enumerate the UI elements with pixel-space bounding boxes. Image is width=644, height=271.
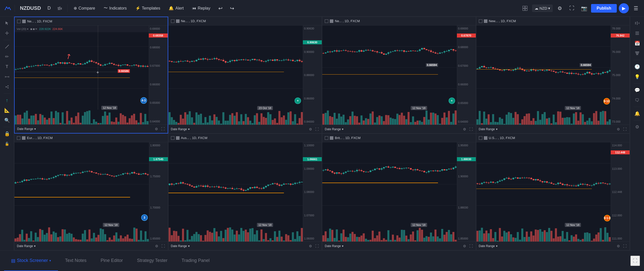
- chart-type-btn[interactable]: [55, 3, 65, 13]
- chart-settings-icon-2[interactable]: ⚙: [308, 127, 313, 132]
- tool-line[interactable]: [2, 42, 12, 51]
- chart-settings-icon-1[interactable]: ⚙: [154, 126, 159, 131]
- chart-body-8[interactable]: 114.000113.000112.448112.000111.000 112.…: [476, 142, 630, 242]
- chart-settings-icon-7[interactable]: ⚙: [462, 244, 467, 249]
- chart-body-2[interactable]: 0.906300.900000.880000.860000.84000 0.90…: [168, 25, 322, 125]
- chart-expand-icon-2[interactable]: ⛶: [315, 127, 319, 132]
- settings-btn[interactable]: ⚙: [555, 3, 565, 13]
- timeframe-display[interactable]: D: [45, 4, 53, 12]
- right-screener[interactable]: [632, 49, 642, 58]
- tab-pine-editor[interactable]: Pine Editor: [94, 251, 130, 271]
- undo-btn[interactable]: ↩: [215, 3, 225, 13]
- right-chart-type[interactable]: [632, 19, 642, 28]
- tool-text[interactable]: T: [2, 62, 12, 71]
- date-range-btn-8[interactable]: Date Range ▾: [479, 244, 497, 248]
- chart-settings-icon-5[interactable]: ⚙: [155, 244, 159, 249]
- currency-selector[interactable]: ☁ NZD ▾: [532, 5, 553, 12]
- chart-minimize-icon[interactable]: [17, 136, 20, 140]
- chart-body-1[interactable]: Vol (20) ▾ ⏹⏹✕ 228.922K 224.66K + 0.6658…: [15, 26, 168, 124]
- date-range-btn-6[interactable]: Date Range ▾: [171, 244, 190, 248]
- svg-rect-779: [44, 179, 46, 180]
- chart-body-3[interactable]: 0.66594 0.690000.680000.670000.660000.65…: [322, 25, 476, 125]
- chart-expand-icon-7[interactable]: ⛶: [469, 244, 473, 249]
- chart-settings-icon-8[interactable]: ⚙: [616, 244, 621, 249]
- tab-trading-panel[interactable]: Trading Panel: [174, 251, 217, 271]
- chart-settings-icon-4[interactable]: ⚙: [616, 127, 621, 132]
- right-watchlist[interactable]: [632, 29, 642, 38]
- svg-rect-399: [336, 50, 338, 51]
- chart-minimize-icon[interactable]: [325, 19, 328, 23]
- chart-expand-icon-6[interactable]: ⛶: [315, 244, 319, 249]
- chart-expand-icon-8[interactable]: ⛶: [623, 244, 627, 249]
- redo-btn[interactable]: ↪: [227, 3, 237, 13]
- svg-rect-602: [512, 70, 514, 71]
- tool-measure[interactable]: [2, 72, 12, 81]
- right-bubble[interactable]: 🗨: [632, 96, 642, 105]
- date-range-btn-4[interactable]: Date Range ▾: [479, 127, 497, 131]
- chart-settings-icon-3[interactable]: ⚙: [462, 127, 467, 132]
- chart-settings-icon-6[interactable]: ⚙: [308, 244, 313, 249]
- chart-cell-8[interactable]: U.S... , 1D, FXCM 114.000113.000112.4481…: [476, 133, 630, 250]
- indicators-btn[interactable]: 〜 Indicators: [100, 4, 130, 12]
- chart-body-7[interactable]: 1.950001.900001.880301.85000 1.88030 12 …: [322, 142, 476, 242]
- svg-rect-222: [189, 61, 190, 62]
- chart-cell-6[interactable]: Aus... , 1D, FXCM 1.100001.090001.080001…: [168, 133, 322, 250]
- tool-lock2[interactable]: 🔓: [2, 139, 12, 148]
- chart-expand-icon-1[interactable]: ⛶: [161, 126, 165, 131]
- tool-lock[interactable]: 🔒: [2, 129, 12, 138]
- svg-rect-1149: [356, 170, 358, 171]
- tab-text-notes[interactable]: Text Notes: [58, 251, 94, 271]
- symbol-display[interactable]: NZDUSD: [17, 4, 43, 13]
- chart-body-5[interactable]: 1.800001.750001.700001.65000 1.67545 3 1…: [14, 142, 168, 242]
- chart-cell-7[interactable]: Brit... , 1D, FXCM 1.950001.900001.88030…: [322, 133, 476, 250]
- tool-arrow-up[interactable]: ↑: [2, 96, 12, 105]
- right-chat[interactable]: 💬: [632, 86, 642, 95]
- chart-body-6[interactable]: 1.100001.090001.080001.070001.06000 1.06…: [168, 142, 322, 242]
- date-range-btn-3[interactable]: Date Range ▾: [325, 127, 343, 131]
- right-alert[interactable]: 🔔: [632, 109, 642, 118]
- chart-expand-icon-3[interactable]: ⛶: [469, 127, 473, 132]
- right-clock[interactable]: 🕐: [632, 62, 642, 71]
- chart-minimize-icon[interactable]: [171, 136, 174, 140]
- chart-minimize-icon[interactable]: [325, 136, 328, 140]
- svg-rect-1240: [327, 238, 329, 242]
- date-range-btn-2[interactable]: Date Range ▾: [171, 127, 190, 131]
- screenshot-btn[interactable]: 📷: [579, 3, 589, 13]
- chart-expand-icon-4[interactable]: ⛶: [623, 127, 627, 132]
- bottom-expand-btn[interactable]: ⛶: [630, 256, 640, 266]
- fullscreen-btn[interactable]: ⛶: [567, 3, 577, 13]
- alert-btn[interactable]: 🔔 Alert: [165, 4, 187, 12]
- chart-minimize-icon[interactable]: [479, 19, 482, 23]
- templates-btn[interactable]: ⚡ Templates: [132, 4, 164, 12]
- chart-cell-3[interactable]: Ne... , 1D, FXCM 0.66594 0.690000.680000…: [322, 17, 476, 133]
- tool-pencil[interactable]: ✏: [2, 52, 12, 61]
- chart-expand-icon-5[interactable]: ⛶: [161, 244, 165, 249]
- right-calendar[interactable]: 📅: [632, 39, 642, 48]
- tool-magnifier[interactable]: 🔍: [2, 116, 12, 125]
- tool-crosshair[interactable]: ✛: [2, 29, 12, 38]
- date-range-btn-7[interactable]: Date Range ▾: [325, 244, 343, 248]
- play-btn[interactable]: ▶: [619, 3, 629, 13]
- tab-stock-screener[interactable]: ▤ Stock Screener ▾: [4, 251, 58, 271]
- chart-cell-2[interactable]: Ne... , 1D, FXCM 0.906300.900000.880000.…: [168, 17, 322, 133]
- publish-btn[interactable]: Publish: [591, 4, 617, 13]
- chart-minimize-icon[interactable]: [479, 136, 482, 140]
- chart-cell-5[interactable]: Eur... , 1D, FXCM 1.800001.750001.700001…: [14, 133, 168, 250]
- chart-minimize-icon[interactable]: [171, 19, 174, 23]
- grid-layout-btn[interactable]: [520, 3, 530, 13]
- tool-node[interactable]: [2, 82, 12, 91]
- tool-cursor[interactable]: [2, 19, 12, 28]
- chart-cell-4[interactable]: New... , 1D, FXCM 0.66594 78.00076.00075…: [476, 17, 630, 133]
- chart-cell-1[interactable]: Ne... , 1D, FXCM Vol (20) ▾ ⏹⏹✕ 228.922K…: [14, 17, 168, 133]
- right-bulb[interactable]: 💡: [632, 72, 642, 81]
- date-range-btn-1[interactable]: Date Range ▾: [17, 127, 36, 131]
- chart-minimize-icon[interactable]: [17, 20, 21, 23]
- sidebar-toggle-btn[interactable]: ☰: [631, 3, 641, 13]
- chart-body-4[interactable]: 0.66594 78.00076.00075.00074.00073.000 7…: [476, 25, 630, 125]
- tab-strategy-tester[interactable]: Strategy Tester: [130, 251, 174, 271]
- replay-btn[interactable]: ⏮ Replay: [189, 5, 214, 12]
- date-range-btn-5[interactable]: Date Range ▾: [17, 244, 36, 248]
- right-settings[interactable]: ⚙: [632, 122, 642, 131]
- tool-ruler[interactable]: 📐: [2, 106, 12, 115]
- compare-btn[interactable]: ⊕ Compare: [70, 4, 99, 12]
